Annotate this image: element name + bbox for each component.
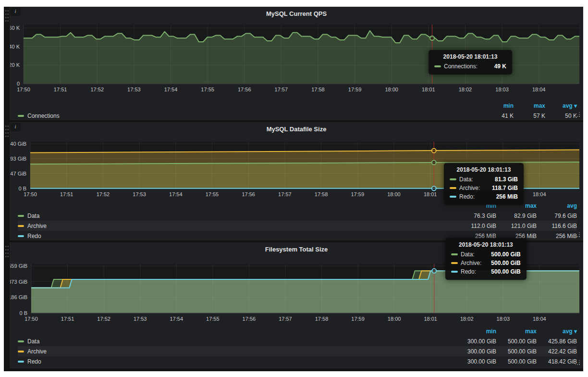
tooltip-series-label: Data: — [459, 176, 473, 183]
legend-avg-value: 79.6 GiB — [537, 213, 577, 219]
legend-series-label: Data — [27, 338, 39, 345]
legend-series-label: Data — [27, 213, 39, 219]
panel-title[interactable]: MySQL Datafile Size — [10, 126, 583, 133]
series-color-dash — [18, 215, 24, 217]
panel-resize-grip[interactable] — [575, 360, 580, 365]
x-tick-label: 18:00 — [387, 191, 401, 197]
x-tick-label: 18:03 — [495, 87, 509, 92]
legend-row-data: Data 300.00 GiB 500.00 GiB 425.86 GiB — [18, 336, 577, 346]
series-color-dash — [18, 225, 24, 227]
panel-title[interactable]: MySQL Current QPS — [10, 10, 583, 17]
row-drag-handle[interactable] — [5, 125, 9, 139]
series-color-dash — [450, 196, 456, 198]
x-tick-label: 18:04 — [532, 87, 546, 92]
legend-sort-min[interactable]: min — [482, 102, 514, 109]
series-color-dash — [434, 65, 441, 67]
legend-sort-avg[interactable]: avg — [537, 202, 577, 209]
legend-series-redo[interactable]: Redo — [18, 233, 456, 239]
x-tick-label: 17:53 — [133, 191, 146, 197]
legend-series-archive[interactable]: Archive — [18, 348, 456, 355]
y-tick-label: 40 K — [10, 44, 20, 50]
y-tick-label: 93 GiB — [10, 156, 26, 162]
x-tick-label: 18:04 — [533, 191, 546, 197]
x-tick-label: 18:01 — [424, 191, 437, 197]
crosshair-marker — [432, 149, 436, 153]
legend-series-archive[interactable]: Archive — [18, 223, 456, 229]
legend-min-value: 112.0 GiB — [456, 223, 496, 229]
legend-sort-avg[interactable]: avg ▾ — [545, 102, 577, 109]
legend-sort-max[interactable]: max — [514, 102, 545, 109]
y-tick-label: 0 B — [19, 310, 27, 316]
legend-series-data[interactable]: Data — [18, 213, 456, 219]
tooltip-series-label: Archive: — [461, 260, 481, 266]
x-tick-label: 17:52 — [90, 87, 104, 92]
legend-series-label: Archive — [27, 348, 47, 355]
x-tick-label: 17:57 — [275, 87, 288, 92]
x-tick-label: 18:04 — [533, 316, 546, 322]
legend-sort-max[interactable]: max — [496, 328, 537, 335]
x-tick-label: 18:02 — [459, 87, 472, 92]
panel-resize-grip[interactable] — [575, 232, 580, 238]
x-tick-label: 17:50 — [24, 191, 37, 197]
series-color-dash — [451, 253, 458, 255]
tooltip-row: Redo: 256 MiB — [450, 192, 518, 201]
legend-avg-value: 422.42 GiB — [537, 348, 577, 355]
tooltip-series-value: 256 MiB — [496, 193, 518, 200]
info-icon[interactable]: i — [10, 7, 21, 16]
graph-tooltip-datafile: 2018-05-20 18:01:13 Data: 81.3 GiB Archi… — [444, 163, 524, 205]
x-tick-label: 17:59 — [351, 191, 364, 197]
x-tick-label: 17:55 — [206, 191, 219, 197]
series-color-dash — [18, 351, 24, 352]
legend-max-value: 500.00 GiB — [496, 358, 537, 365]
tooltip-timestamp: 2018-05-20 18:01:13 — [451, 241, 521, 248]
x-tick-label: 17:55 — [206, 316, 220, 322]
tooltip-series-value: 500.00 GiB — [491, 260, 520, 266]
legend-max-value: 82.9 GiB — [496, 213, 537, 219]
x-tick-label: 17:55 — [201, 87, 214, 92]
legend-row-data: Data 76.3 GiB 82.9 GiB 79.6 GiB — [18, 211, 577, 221]
legend-max-value: 500.00 GiB — [496, 348, 537, 355]
x-tick-label: 17:53 — [127, 87, 141, 92]
info-icon[interactable]: i — [10, 123, 21, 131]
tooltip-series-label: Data: — [461, 251, 475, 258]
legend-series-data[interactable]: Data — [18, 338, 456, 345]
panel-resize-grip[interactable] — [575, 112, 580, 117]
y-tick-label: 0 B — [18, 186, 26, 191]
tooltip-timestamp: 2018-05-20 18:01:13 — [450, 166, 518, 173]
legend-series-connections[interactable]: Connections — [18, 113, 482, 119]
graph-tooltip-filesystem: 2018-05-20 18:01:13 Data: 500.00 GiB Arc… — [445, 238, 527, 280]
legend-max-value: 57 K — [514, 113, 545, 119]
crosshair-marker — [432, 160, 436, 164]
legend-row-connections: Connections 41 K 57 K 50 K — [18, 111, 577, 121]
legend-sort-avg[interactable]: avg ▾ — [537, 328, 577, 335]
tooltip-series-label: Archive: — [459, 185, 480, 191]
x-tick-label: 18:00 — [385, 87, 398, 92]
tooltip-series-value: 118.7 GiB — [492, 185, 518, 191]
row-drag-handle[interactable] — [5, 245, 9, 259]
x-tick-label: 17:58 — [311, 87, 325, 92]
legend-sort-min[interactable]: min — [456, 328, 496, 335]
legend-avg-value: 418.42 GiB — [537, 358, 577, 365]
row-drag-handle[interactable] — [5, 9, 9, 24]
tooltip-row: Archive: 500.00 GiB — [451, 259, 521, 267]
x-tick-label: 17:52 — [97, 316, 110, 322]
x-tick-label: 17:57 — [278, 191, 292, 197]
legend-min-value: 300.00 GiB — [456, 338, 496, 345]
x-tick-label: 17:50 — [24, 316, 38, 322]
x-tick-label: 17:51 — [61, 316, 74, 322]
legend-avg-value: 425.86 GiB — [537, 338, 577, 345]
tooltip-series-value: 500.00 GiB — [491, 251, 520, 258]
legend-row-archive: Archive 112.0 GiB 121.0 GiB 116.6 GiB — [18, 221, 577, 231]
legend-series-label: Connections — [27, 113, 60, 119]
series-color-dash — [450, 187, 456, 189]
y-tick-label: 186 GiB — [10, 294, 27, 300]
x-tick-label: 17:52 — [97, 191, 110, 197]
series-color-dash — [18, 340, 24, 342]
legend-series-redo[interactable]: Redo — [18, 358, 456, 365]
x-tick-label: 17:51 — [54, 87, 67, 92]
x-tick-label: 18:03 — [497, 316, 510, 322]
crosshair-marker — [430, 36, 434, 40]
legend: min max avg Data 76.3 GiB 82.9 GiB 79.6 … — [18, 201, 577, 241]
x-tick-label: 17:54 — [164, 87, 178, 92]
legend-row-redo: Redo 300.00 GiB 500.00 GiB 418.42 GiB — [18, 356, 577, 366]
